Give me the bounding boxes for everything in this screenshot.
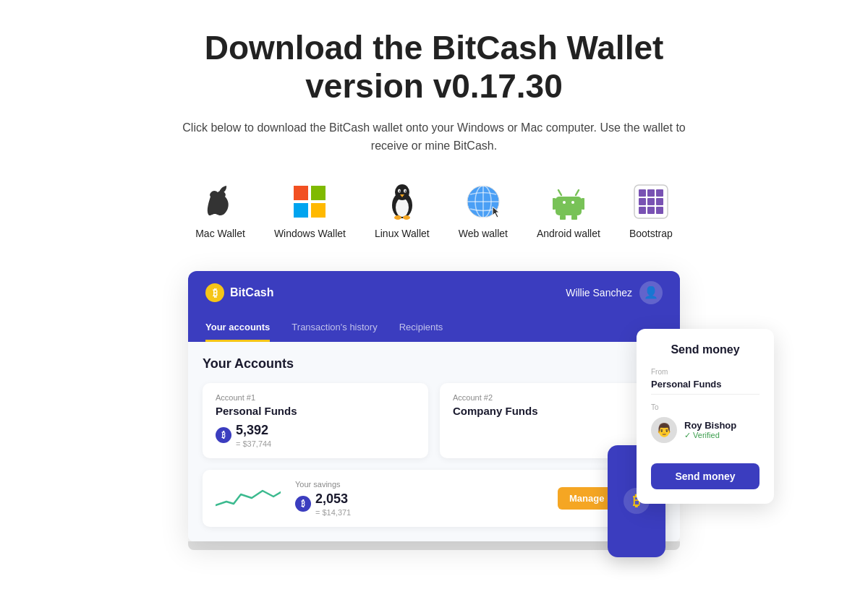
app-tabs: Your accounts Transaction's history Reci… bbox=[188, 314, 680, 342]
linux-wallet-label: Linux Wallet bbox=[375, 228, 430, 239]
to-label: To bbox=[651, 403, 760, 411]
svg-rect-32 bbox=[639, 198, 646, 205]
svg-rect-3 bbox=[311, 203, 326, 218]
svg-rect-30 bbox=[647, 189, 655, 197]
page-subtitle: Click below to download the BitCash wall… bbox=[181, 119, 687, 155]
windows-wallet-item[interactable]: Windows Wallet bbox=[274, 181, 346, 239]
app-body: Your Accounts Account #1 Personal Funds … bbox=[188, 342, 680, 541]
recipient-name: Roy Bishop bbox=[684, 420, 736, 431]
preview-section: ₿ BitCash Willie Sanchez 👤 Your accounts… bbox=[109, 271, 760, 550]
svg-rect-24 bbox=[553, 198, 557, 210]
svg-rect-0 bbox=[294, 186, 308, 200]
svg-point-13 bbox=[403, 215, 410, 220]
svg-rect-27 bbox=[571, 214, 577, 220]
svg-line-20 bbox=[558, 190, 561, 195]
svg-rect-35 bbox=[639, 207, 646, 214]
send-to-field: To 👨 Roy Bishop ✓ Verified bbox=[651, 403, 760, 443]
app-user: Willie Sanchez 👤 bbox=[566, 281, 663, 304]
svg-point-6 bbox=[395, 184, 409, 200]
svg-rect-26 bbox=[560, 214, 566, 220]
account-card-1: Account #1 Personal Funds ₿ 5,392 = $37,… bbox=[203, 383, 428, 458]
svg-point-5 bbox=[396, 198, 409, 217]
web-wallet-label: Web wallet bbox=[459, 228, 508, 239]
send-money-card: Send money From Personal Funds To 👨 Roy … bbox=[637, 329, 774, 504]
savings-usd: = $14,371 bbox=[315, 508, 351, 517]
svg-rect-25 bbox=[580, 198, 584, 210]
windows-icon bbox=[289, 181, 330, 222]
tab-your-accounts[interactable]: Your accounts bbox=[205, 314, 270, 342]
savings-card: Your savings ₿ 2,053 = $14,371 Manage in… bbox=[203, 470, 665, 527]
linux-wallet-item[interactable]: Linux Wallet bbox=[375, 181, 430, 239]
from-label: From bbox=[651, 368, 760, 376]
recipient-info: Roy Bishop ✓ Verified bbox=[684, 420, 736, 440]
savings-info: Your savings ₿ 2,053 = $14,371 bbox=[295, 480, 543, 517]
svg-point-22 bbox=[563, 201, 566, 204]
svg-rect-1 bbox=[311, 186, 326, 200]
savings-amount: ₿ 2,053 = $14,371 bbox=[295, 491, 543, 517]
linux-icon bbox=[382, 181, 422, 222]
windows-wallet-label: Windows Wallet bbox=[274, 228, 346, 239]
tab-recipients[interactable]: Recipients bbox=[399, 314, 443, 342]
savings-chart bbox=[216, 484, 281, 512]
svg-rect-33 bbox=[647, 198, 655, 205]
accounts-grid: Account #1 Personal Funds ₿ 5,392 = $37,… bbox=[203, 383, 665, 458]
savings-value: 2,053 bbox=[315, 491, 351, 507]
send-money-button[interactable]: Send money bbox=[651, 463, 760, 489]
svg-rect-29 bbox=[639, 189, 646, 197]
savings-coin-badge: ₿ bbox=[295, 496, 311, 512]
svg-rect-34 bbox=[656, 198, 663, 205]
app-navbar: ₿ BitCash Willie Sanchez 👤 bbox=[188, 271, 680, 314]
page-title: Download the BitCash Wallet version v0.1… bbox=[152, 29, 716, 106]
account-1-amount: ₿ 5,392 = $37,744 bbox=[216, 423, 415, 448]
svg-rect-2 bbox=[294, 203, 308, 218]
wallet-icons-row: Mac Wallet Windows Wallet bbox=[195, 181, 673, 239]
android-wallet-item[interactable]: Android wallet bbox=[537, 181, 600, 239]
android-icon bbox=[548, 181, 589, 222]
account-2-name: Company Funds bbox=[453, 405, 652, 417]
account-1-label: Account #1 bbox=[216, 393, 415, 402]
laptop-base bbox=[188, 541, 680, 550]
svg-line-21 bbox=[576, 190, 579, 195]
coin-badge-1: ₿ bbox=[216, 427, 231, 443]
tab-transaction-history[interactable]: Transaction's history bbox=[292, 314, 377, 342]
laptop-mockup: ₿ BitCash Willie Sanchez 👤 Your accounts… bbox=[188, 271, 680, 550]
recipient-row: 👨 Roy Bishop ✓ Verified bbox=[651, 417, 760, 443]
app-logo: ₿ BitCash bbox=[205, 283, 273, 302]
send-from-field: From Personal Funds bbox=[651, 368, 760, 395]
accounts-title: Your Accounts bbox=[203, 356, 665, 371]
account-1-value: 5,392 bbox=[236, 423, 271, 438]
android-wallet-label: Android wallet bbox=[537, 228, 600, 239]
svg-rect-37 bbox=[656, 207, 663, 214]
app-screen: ₿ BitCash Willie Sanchez 👤 Your accounts… bbox=[188, 271, 680, 541]
svg-rect-31 bbox=[656, 189, 663, 197]
svg-rect-19 bbox=[556, 197, 582, 215]
account-1-name: Personal Funds bbox=[216, 405, 415, 417]
laptop-screen-container: ₿ BitCash Willie Sanchez 👤 Your accounts… bbox=[188, 271, 680, 541]
bootstrap-icon bbox=[631, 181, 671, 222]
apple-icon bbox=[200, 181, 241, 222]
send-money-title: Send money bbox=[651, 343, 760, 356]
user-avatar-icon: 👤 bbox=[639, 281, 663, 304]
web-wallet-item[interactable]: Web wallet bbox=[459, 181, 508, 239]
svg-point-10 bbox=[404, 190, 406, 192]
account-1-usd: = $37,744 bbox=[236, 439, 271, 448]
svg-point-12 bbox=[394, 215, 401, 220]
mac-wallet-item[interactable]: Mac Wallet bbox=[195, 181, 245, 239]
user-name: Willie Sanchez bbox=[566, 287, 632, 298]
svg-point-23 bbox=[571, 201, 574, 204]
recipient-avatar: 👨 bbox=[651, 417, 677, 443]
svg-point-9 bbox=[399, 190, 400, 192]
svg-rect-36 bbox=[647, 207, 655, 214]
savings-label: Your savings bbox=[295, 480, 543, 489]
bootstrap-wallet-label: Bootstrap bbox=[629, 228, 673, 239]
logo-coin: ₿ bbox=[205, 283, 224, 302]
globe-icon bbox=[463, 181, 503, 222]
account-2-label: Account #2 bbox=[453, 393, 652, 402]
from-value: Personal Funds bbox=[651, 379, 760, 395]
verified-badge: ✓ Verified bbox=[684, 431, 736, 440]
bootstrap-wallet-item[interactable]: Bootstrap bbox=[629, 181, 673, 239]
mac-wallet-label: Mac Wallet bbox=[195, 228, 245, 239]
app-brand-name: BitCash bbox=[230, 286, 273, 299]
